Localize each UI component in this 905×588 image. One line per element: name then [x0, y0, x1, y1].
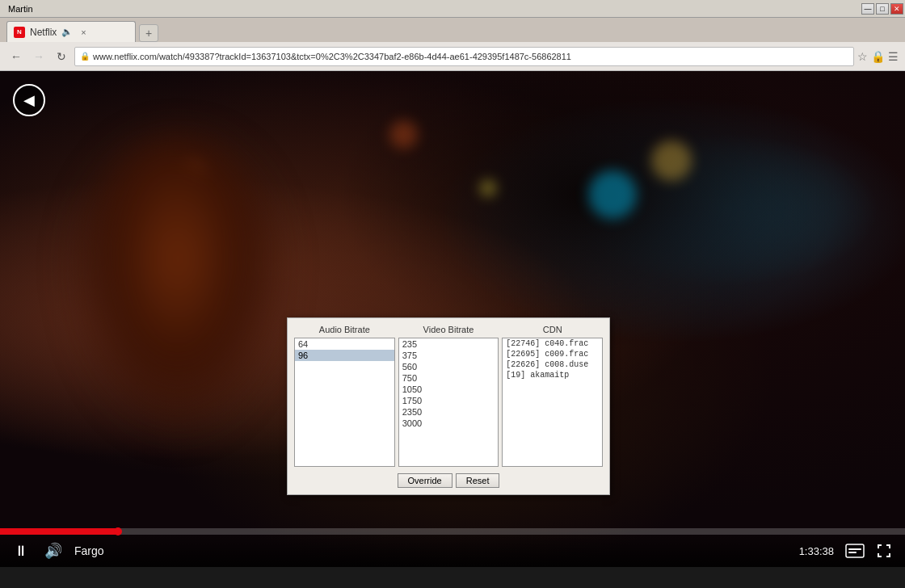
list-item[interactable]: [22746] c040.frac — [503, 338, 602, 349]
list-item[interactable]: 560 — [399, 361, 499, 372]
list-item[interactable]: 2350 — [399, 406, 499, 418]
list-item[interactable]: 750 — [399, 372, 499, 384]
tab-favicon: N — [14, 27, 25, 38]
video-column: Video Bitrate 235 375 560 750 1050 1750 … — [398, 325, 499, 467]
title-bar: Martin — □ ✕ — [0, 0, 905, 18]
close-button[interactable]: ✕ — [890, 3, 903, 15]
audio-listbox[interactable]: 64 96 — [294, 338, 395, 467]
back-to-browse-button[interactable]: ◀ — [13, 84, 45, 116]
tab-title: Netflix — [30, 27, 57, 38]
svg-rect-2 — [848, 552, 857, 553]
user-label: Martin — [2, 4, 33, 14]
video-controls: ⏸ 🔊 Fargo 1:33:38 — [0, 528, 905, 567]
volume-icon: 🔊 — [44, 542, 62, 560]
reset-button[interactable]: Reset — [456, 473, 500, 488]
cdn-header: CDN — [502, 325, 603, 334]
fullscreen-button[interactable] — [873, 540, 895, 562]
browser-tab[interactable]: N Netflix 🔈 × — [6, 21, 136, 42]
list-item[interactable]: 64 — [295, 338, 394, 350]
subtitles-button[interactable] — [844, 540, 866, 562]
volume-button[interactable]: 🔊 — [42, 540, 65, 562]
back-arrow-icon: ◀ — [23, 91, 35, 109]
svg-rect-1 — [848, 548, 861, 550]
audio-header: Audio Bitrate — [294, 325, 395, 334]
override-button[interactable]: Override — [398, 473, 452, 488]
back-button[interactable]: ← — [6, 47, 26, 66]
list-item[interactable]: 1750 — [399, 395, 499, 406]
forward-button[interactable]: → — [29, 47, 48, 66]
audio-column: Audio Bitrate 64 96 — [294, 325, 395, 467]
bookmark-icon[interactable]: ☆ — [857, 50, 868, 63]
nav-bar: ← → ↻ 🔒 www.netflix.com/watch/493387?tra… — [0, 42, 905, 71]
url-text: www.netflix.com/watch/493387?trackId=136… — [93, 52, 848, 61]
cdn-listbox[interactable]: [22746] c040.frac [22695] c009.frac [226… — [502, 338, 603, 467]
video-listbox[interactable]: 235 375 560 750 1050 1750 2350 3000 — [398, 338, 499, 467]
list-item[interactable]: 235 — [399, 338, 499, 350]
progress-dot — [114, 527, 122, 536]
bitrate-dialog: Audio Bitrate 64 96 Video Bitrate 235 37… — [287, 317, 610, 495]
tab-close-icon[interactable]: × — [81, 27, 86, 37]
tab-mute-icon[interactable]: 🔈 — [61, 27, 73, 37]
tab-bar: N Netflix 🔈 × + — [0, 18, 905, 42]
list-item[interactable]: 3000 — [399, 418, 499, 429]
menu-icon[interactable]: ☰ — [888, 50, 899, 63]
cdn-column: CDN [22746] c040.frac [22695] c009.frac … — [502, 325, 603, 467]
video-header: Video Bitrate — [398, 325, 499, 334]
list-item[interactable]: 96 — [295, 350, 394, 361]
reload-button[interactable]: ↻ — [52, 47, 71, 66]
list-item[interactable]: [22695] c009.frac — [503, 349, 602, 359]
list-item[interactable]: 1050 — [399, 384, 499, 395]
video-player[interactable]: ◀ Audio Bitrate 64 96 Video Bitrate 235 … — [0, 71, 905, 567]
character-shadow — [65, 136, 291, 443]
progress-fill — [0, 528, 118, 535]
lock-icon: 🔒 — [80, 52, 90, 61]
right-controls — [844, 540, 895, 562]
shield-icon[interactable]: 🔒 — [871, 50, 885, 63]
list-item[interactable]: [22626] c008.duse — [503, 359, 602, 370]
progress-bar[interactable] — [0, 528, 905, 535]
window-controls: — □ ✕ — [861, 3, 903, 15]
list-item[interactable]: [19] akamaitp — [503, 370, 602, 380]
pause-icon: ⏸ — [14, 543, 28, 560]
maximize-button[interactable]: □ — [876, 3, 889, 15]
svg-rect-0 — [846, 544, 864, 557]
time-display: 1:33:38 — [799, 545, 834, 557]
play-pause-button[interactable]: ⏸ — [10, 540, 32, 562]
address-bar[interactable]: 🔒 www.netflix.com/watch/493387?trackId=1… — [74, 47, 854, 66]
controls-row: ⏸ 🔊 Fargo 1:33:38 — [0, 535, 905, 567]
video-title: Fargo — [74, 544, 789, 557]
list-item[interactable]: 375 — [399, 350, 499, 361]
bitrate-columns: Audio Bitrate 64 96 Video Bitrate 235 37… — [294, 325, 603, 467]
dialog-footer: Override Reset — [294, 473, 603, 488]
minimize-button[interactable]: — — [861, 3, 874, 15]
nav-right-icons: ☆ 🔒 ☰ — [857, 50, 899, 63]
new-tab-button[interactable]: + — [139, 24, 158, 42]
